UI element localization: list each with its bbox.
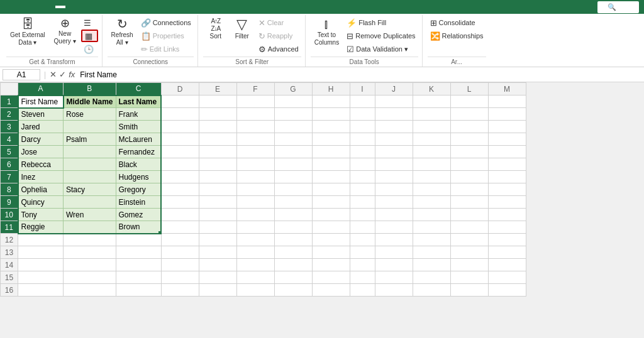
col-header-B[interactable]: B bbox=[64, 83, 116, 95]
cell-9-1[interactable]: Quincy bbox=[18, 196, 64, 209]
row-header-3[interactable]: 3 bbox=[1, 121, 18, 133]
cell-1-1[interactable]: First Name bbox=[18, 95, 64, 108]
cell-5-6[interactable] bbox=[236, 146, 274, 158]
cell-16-4[interactable] bbox=[161, 284, 199, 297]
flash-fill-button[interactable]: ⚡ Flash Fill bbox=[344, 16, 418, 29]
cell-1-13[interactable] bbox=[488, 95, 526, 108]
cell-6-7[interactable] bbox=[274, 158, 312, 171]
cell-7-3[interactable]: Hudgens bbox=[116, 171, 161, 183]
get-external-data-button[interactable]: 🗄 Get ExternalData ▾ bbox=[6, 16, 49, 48]
clear-button[interactable]: ✕ Clear bbox=[256, 16, 301, 29]
cell-15-11[interactable] bbox=[413, 271, 450, 284]
cell-6-10[interactable] bbox=[375, 158, 413, 171]
cell-7-2[interactable] bbox=[64, 171, 116, 183]
row-header-12[interactable]: 12 bbox=[1, 234, 18, 246]
cell-16-1[interactable] bbox=[18, 284, 64, 297]
enter-formula-icon[interactable]: ✓ bbox=[59, 70, 66, 79]
cell-10-1[interactable]: Tony bbox=[18, 209, 64, 221]
cell-2-11[interactable] bbox=[413, 108, 450, 121]
cell-14-6[interactable] bbox=[236, 259, 274, 271]
cell-6-2[interactable] bbox=[64, 158, 116, 171]
cell-7-6[interactable] bbox=[236, 171, 274, 183]
cell-8-8[interactable] bbox=[312, 183, 350, 196]
cell-4-5[interactable] bbox=[199, 133, 236, 146]
cell-6-12[interactable] bbox=[450, 158, 488, 171]
col-header-I[interactable]: I bbox=[350, 83, 375, 95]
text-to-columns-button[interactable]: ⫿ Text toColumns bbox=[311, 16, 343, 48]
cell-8-5[interactable] bbox=[199, 183, 236, 196]
cell-7-1[interactable]: Inez bbox=[18, 171, 64, 183]
cell-9-2[interactable] bbox=[64, 196, 116, 209]
cell-7-8[interactable] bbox=[312, 171, 350, 183]
cell-12-1[interactable] bbox=[18, 234, 64, 246]
filter-button[interactable]: ▽ Filter bbox=[230, 16, 255, 41]
col-header-K[interactable]: K bbox=[413, 83, 450, 95]
cell-13-10[interactable] bbox=[375, 246, 413, 259]
cell-14-12[interactable] bbox=[450, 259, 488, 271]
row-header-13[interactable]: 13 bbox=[1, 246, 18, 259]
row-header-5[interactable]: 5 bbox=[1, 146, 18, 158]
cell-5-8[interactable] bbox=[312, 146, 350, 158]
cell-9-5[interactable] bbox=[199, 196, 236, 209]
cell-3-4[interactable] bbox=[161, 121, 199, 133]
cell-9-6[interactable] bbox=[236, 196, 274, 209]
cell-13-5[interactable] bbox=[199, 246, 236, 259]
row-header-4[interactable]: 4 bbox=[1, 133, 18, 146]
menu-formulas[interactable] bbox=[45, 6, 55, 8]
cell-4-3[interactable]: McLauren bbox=[116, 133, 161, 146]
remove-duplicates-button[interactable]: ⊟ Remove Duplicates bbox=[344, 30, 418, 42]
cell-4-12[interactable] bbox=[450, 133, 488, 146]
cell-7-12[interactable] bbox=[450, 171, 488, 183]
cell-13-11[interactable] bbox=[413, 246, 450, 259]
menu-review[interactable] bbox=[65, 6, 75, 8]
cell-7-13[interactable] bbox=[488, 171, 526, 183]
cell-15-5[interactable] bbox=[199, 271, 236, 284]
cell-4-7[interactable] bbox=[274, 133, 312, 146]
cell-7-11[interactable] bbox=[413, 171, 450, 183]
cell-4-4[interactable] bbox=[161, 133, 199, 146]
cell-14-13[interactable] bbox=[488, 259, 526, 271]
cell-15-10[interactable] bbox=[375, 271, 413, 284]
cell-1-4[interactable] bbox=[161, 95, 199, 108]
advanced-button[interactable]: ⚙ Advanced bbox=[256, 43, 301, 55]
cell-14-5[interactable] bbox=[199, 259, 236, 271]
cell-3-9[interactable] bbox=[350, 121, 375, 133]
search-box[interactable]: 🔍 bbox=[597, 1, 639, 13]
cell-2-1[interactable]: Steven bbox=[18, 108, 64, 121]
cell-12-11[interactable] bbox=[413, 234, 450, 246]
cell-2-5[interactable] bbox=[199, 108, 236, 121]
cell-14-3[interactable] bbox=[116, 259, 161, 271]
cell-6-13[interactable] bbox=[488, 158, 526, 171]
cell-3-12[interactable] bbox=[450, 121, 488, 133]
menu-page-layout[interactable] bbox=[35, 6, 45, 8]
cell-3-6[interactable] bbox=[236, 121, 274, 133]
row-header-15[interactable]: 15 bbox=[1, 271, 18, 284]
cell-12-7[interactable] bbox=[274, 234, 312, 246]
cell-12-13[interactable] bbox=[488, 234, 526, 246]
cell-2-10[interactable] bbox=[375, 108, 413, 121]
cell-14-2[interactable] bbox=[64, 259, 116, 271]
cell-10-10[interactable] bbox=[375, 209, 413, 221]
cell-2-2[interactable]: Rose bbox=[64, 108, 116, 121]
cell-12-12[interactable] bbox=[450, 234, 488, 246]
cell-11-3[interactable]: Brown bbox=[116, 221, 161, 234]
show-queries-button[interactable]: ☰ bbox=[81, 16, 98, 29]
cell-16-5[interactable] bbox=[199, 284, 236, 297]
col-header-C[interactable]: C bbox=[116, 83, 161, 95]
cell-5-5[interactable] bbox=[199, 146, 236, 158]
edit-links-button[interactable]: ✏ Edit Links bbox=[138, 43, 194, 55]
row-header-10[interactable]: 10 bbox=[1, 209, 18, 221]
cell-4-6[interactable] bbox=[236, 133, 274, 146]
menu-view[interactable] bbox=[75, 6, 86, 8]
col-header-A[interactable]: A bbox=[18, 83, 64, 95]
cell-14-9[interactable] bbox=[350, 259, 375, 271]
cell-8-10[interactable] bbox=[375, 183, 413, 196]
row-header-2[interactable]: 2 bbox=[1, 108, 18, 121]
cell-6-9[interactable] bbox=[350, 158, 375, 171]
cell-15-13[interactable] bbox=[488, 271, 526, 284]
cell-12-3[interactable] bbox=[116, 234, 161, 246]
cell-10-9[interactable] bbox=[350, 209, 375, 221]
cell-4-1[interactable]: Darcy bbox=[18, 133, 64, 146]
cell-7-9[interactable] bbox=[350, 171, 375, 183]
cell-3-3[interactable]: Smith bbox=[116, 121, 161, 133]
